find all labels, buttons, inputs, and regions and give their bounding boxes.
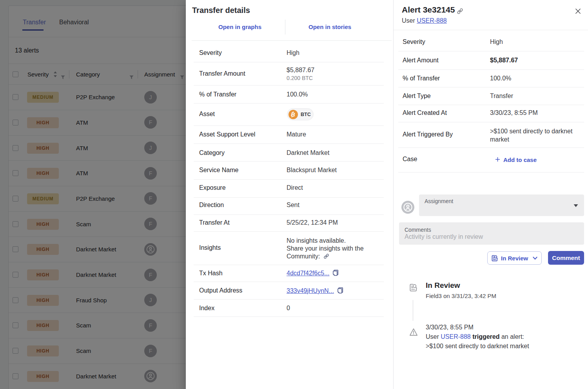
svg-text:B: B xyxy=(290,111,296,118)
